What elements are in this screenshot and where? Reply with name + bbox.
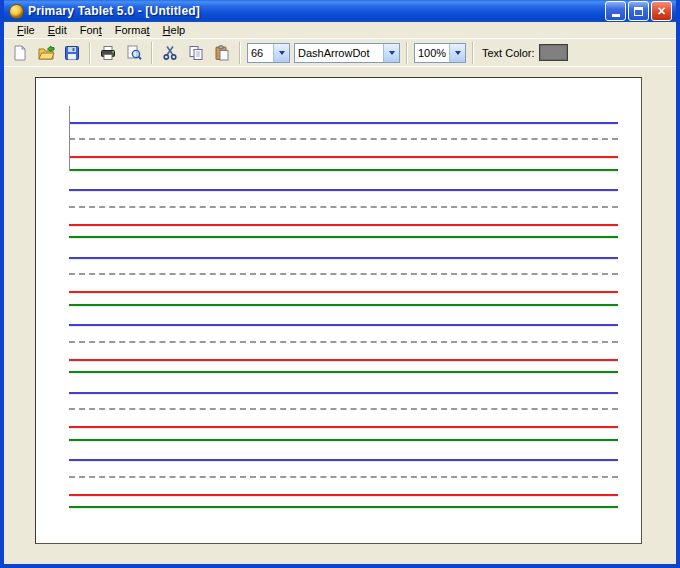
rule-top-line (69, 122, 618, 124)
toolbar-separator (239, 42, 241, 64)
rule-descender-line (69, 236, 618, 238)
print-button[interactable] (96, 41, 120, 65)
rule-top-line (69, 189, 618, 191)
open-file-button[interactable] (34, 41, 58, 65)
toolbar-separator (472, 42, 474, 64)
clipboard-icon (214, 45, 230, 61)
menu-help[interactable]: Help (157, 23, 192, 37)
rule-mid-line (69, 476, 618, 478)
printer-icon (100, 45, 116, 61)
menu-file[interactable]: File (11, 23, 41, 37)
rule-base-line (69, 359, 618, 361)
copy-button[interactable] (184, 41, 208, 65)
rule-descender-line (69, 304, 618, 306)
document-page[interactable] (35, 77, 642, 544)
toolbar-separator (151, 42, 153, 64)
rule-mid-line (69, 341, 618, 343)
rule-descender-line (69, 371, 618, 373)
rule-descender-line (69, 506, 618, 508)
client-area (4, 67, 676, 564)
rule-top-line (69, 459, 618, 461)
line-style-dropdown-button[interactable] (383, 44, 399, 62)
text-color-label: Text Color: (482, 47, 535, 59)
rule-top-line (69, 392, 618, 394)
floppy-disk-icon (64, 45, 80, 61)
menu-bar: File Edit Font Format Help (4, 22, 676, 39)
text-cursor (69, 106, 70, 171)
rule-base-line (69, 224, 618, 226)
app-window: Primary Tablet 5.0 - [Untitled] × File E… (0, 0, 680, 568)
chevron-down-icon (279, 51, 285, 55)
chevron-down-icon (389, 51, 395, 55)
font-size-combobox[interactable]: 66 (247, 43, 290, 63)
line-style-value: DashArrowDot (295, 44, 383, 62)
paste-button[interactable] (210, 41, 234, 65)
close-button[interactable]: × (651, 1, 672, 21)
open-folder-icon (38, 45, 55, 61)
rule-mid-line (69, 408, 618, 410)
zoom-combobox[interactable]: 100% (414, 43, 466, 63)
menu-font[interactable]: Font (74, 23, 108, 37)
rule-base-line (69, 494, 618, 496)
font-size-value: 66 (248, 44, 273, 62)
scissors-icon (162, 45, 178, 61)
menu-edit[interactable]: Edit (42, 23, 73, 37)
toolbar-separator (406, 42, 408, 64)
text-color-swatch[interactable] (539, 44, 568, 61)
new-document-icon (12, 45, 28, 61)
menu-format[interactable]: Format (109, 23, 156, 37)
print-preview-button[interactable] (122, 41, 146, 65)
rule-base-line (69, 291, 618, 293)
minimize-button[interactable] (605, 1, 626, 21)
rule-descender-line (69, 169, 618, 171)
zoom-value: 100% (415, 44, 449, 62)
toolbar: 66 DashArrowDot 100% Text Color: (4, 39, 676, 67)
save-file-button[interactable] (60, 41, 84, 65)
rule-mid-line (69, 138, 618, 140)
font-size-dropdown-button[interactable] (273, 44, 289, 62)
minimize-icon (612, 14, 620, 17)
cut-button[interactable] (158, 41, 182, 65)
rule-top-line (69, 324, 618, 326)
rule-base-line (69, 156, 618, 158)
chevron-down-icon (455, 51, 461, 55)
line-style-combobox[interactable]: DashArrowDot (294, 43, 400, 63)
new-document-button[interactable] (8, 41, 32, 65)
copy-pages-icon (188, 45, 204, 61)
toolbar-separator (89, 42, 91, 64)
rule-base-line (69, 426, 618, 428)
title-bar[interactable]: Primary Tablet 5.0 - [Untitled] × (4, 0, 676, 22)
writing-lines (36, 78, 641, 543)
magnifier-page-icon (126, 45, 142, 61)
rule-mid-line (69, 206, 618, 208)
app-icon (9, 4, 24, 19)
rule-descender-line (69, 439, 618, 441)
window-controls: × (605, 1, 672, 21)
maximize-icon (634, 7, 643, 16)
rule-top-line (69, 257, 618, 259)
close-icon: × (657, 4, 665, 18)
maximize-button[interactable] (628, 1, 649, 21)
rule-mid-line (69, 273, 618, 275)
window-title: Primary Tablet 5.0 - [Untitled] (28, 4, 605, 18)
zoom-dropdown-button[interactable] (449, 44, 465, 62)
